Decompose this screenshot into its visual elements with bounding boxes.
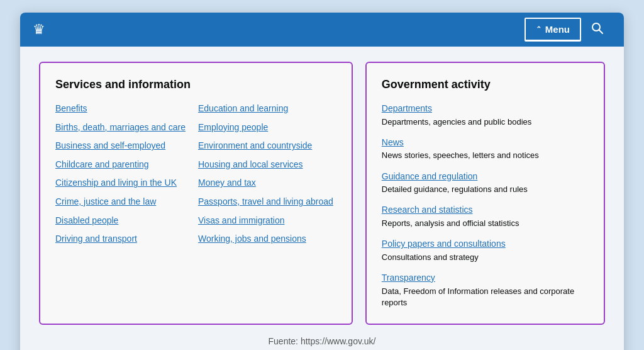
service-link[interactable]: Employing people [198, 121, 333, 134]
govt-title: Government activity [382, 78, 591, 91]
services-title: Services and information [55, 78, 339, 91]
services-panel: Services and information BenefitsBirths,… [39, 62, 353, 325]
service-link[interactable]: Education and learning [198, 103, 333, 115]
service-link[interactable]: Working, jobs and pensions [198, 233, 333, 246]
service-link[interactable]: Disabled people [55, 215, 186, 227]
footer-url: https://www.gov.uk/ [301, 336, 376, 346]
govt-item-desc: Consultations and strategy [382, 252, 591, 263]
service-link[interactable]: Citizenship and living in the UK [55, 177, 186, 189]
govt-item-link[interactable]: Transparency [382, 272, 591, 285]
govt-item-desc: Data, Freedom of Information releases an… [382, 286, 591, 308]
browser-window: ♛ ⌃ Menu Services and information [20, 13, 624, 350]
header-bar: ♛ ⌃ Menu [20, 13, 624, 47]
search-button[interactable] [584, 17, 611, 43]
service-link[interactable]: Visas and immigration [198, 215, 333, 227]
service-link[interactable]: Environment and countryside [198, 140, 333, 152]
services-links-grid: BenefitsBirths, death, marriages and car… [55, 103, 339, 246]
govt-item: Guidance and regulationDetailed guidance… [382, 171, 591, 196]
svg-line-1 [599, 30, 603, 33]
govt-item-link[interactable]: News [382, 137, 591, 149]
govt-panel: Government activity DepartmentsDepartmen… [365, 62, 605, 325]
govt-item-link[interactable]: Policy papers and consultations [382, 238, 591, 251]
govt-item: DepartmentsDepartments, agencies and pub… [382, 103, 591, 128]
services-col2: Education and learningEmploying peopleEn… [198, 103, 333, 246]
chevron-up-icon: ⌃ [536, 25, 541, 33]
service-link[interactable]: Births, death, marriages and care [55, 121, 186, 134]
govt-item-link[interactable]: Research and statistics [382, 204, 591, 217]
govt-items: DepartmentsDepartments, agencies and pub… [382, 103, 591, 308]
service-link[interactable]: Benefits [55, 103, 186, 115]
govt-item-desc: Detailed guidance, regulations and rules [382, 184, 591, 195]
govt-item: NewsNews stories, speeches, letters and … [382, 137, 591, 162]
main-content: Services and information BenefitsBirths,… [20, 47, 624, 350]
menu-button[interactable]: ⌃ Menu [525, 18, 581, 42]
service-link[interactable]: Childcare and parenting [55, 159, 186, 171]
service-link[interactable]: Driving and transport [55, 233, 186, 246]
govt-item-link[interactable]: Guidance and regulation [382, 171, 591, 183]
govt-item: TransparencyData, Freedom of Information… [382, 272, 591, 308]
govt-item-desc: News stories, speeches, letters and noti… [382, 150, 591, 161]
govt-item-desc: Reports, analysis and official statistic… [382, 218, 591, 229]
govt-item-desc: Departments, agencies and public bodies [382, 116, 591, 128]
menu-label: Menu [545, 24, 570, 35]
govt-item-link[interactable]: Departments [382, 103, 591, 115]
footer: Fuente: https://www.gov.uk/ [39, 336, 605, 346]
search-icon [591, 22, 604, 35]
service-link[interactable]: Housing and local services [198, 159, 333, 171]
services-col1: BenefitsBirths, death, marriages and car… [55, 103, 186, 246]
header-right: ⌃ Menu [525, 17, 611, 43]
govt-item: Policy papers and consultationsConsultat… [382, 238, 591, 263]
govt-item: Research and statisticsReports, analysis… [382, 204, 591, 229]
footer-label: Fuente: [269, 336, 298, 346]
crown-logo: ♛ [33, 21, 45, 38]
service-link[interactable]: Crime, justice and the law [55, 196, 186, 208]
service-link[interactable]: Business and self-employed [55, 140, 186, 152]
service-link[interactable]: Passports, travel and living abroad [198, 196, 333, 208]
service-link[interactable]: Money and tax [198, 177, 333, 189]
panels-row: Services and information BenefitsBirths,… [39, 62, 605, 325]
